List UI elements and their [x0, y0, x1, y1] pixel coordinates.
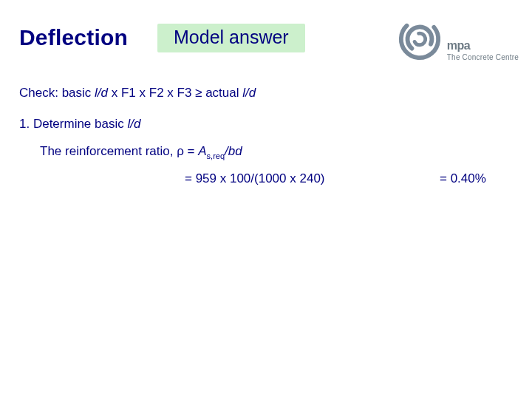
logo-text: mpa The Concrete Centre — [447, 37, 519, 63]
step1-prefix: 1. Determine basic — [19, 117, 127, 131]
result-value: = 0.40% — [440, 171, 486, 186]
ratio-prefix: The reinforcement ratio, ρ = — [40, 144, 198, 158]
ratio-line: The reinforcement ratio, ρ = As,req/bd — [40, 144, 242, 160]
check-mid: x F1 x F2 x F3 ≥ actual — [108, 86, 242, 100]
slide: Deflection Model answer mpa The Concrete… — [0, 0, 532, 399]
title-left: Deflection Model answer — [19, 24, 305, 52]
calc-line: = 959 x 100/(1000 x 240) — [185, 171, 325, 186]
logo-brand: mpa — [447, 38, 519, 53]
logo-area: mpa The Concrete Centre — [397, 13, 519, 63]
ratio-A: A — [198, 144, 206, 158]
ratio-over: /bd — [225, 144, 242, 158]
check-prefix: Check: basic — [19, 86, 95, 100]
step-1-heading: 1. Determine basic l/d — [19, 117, 140, 132]
page-title: Deflection — [19, 25, 128, 50]
svg-point-0 — [397, 15, 443, 61]
check-line: Check: basic l/d x F1 x F2 x F3 ≥ actual… — [19, 86, 256, 100]
title-row: Deflection Model answer mpa The Concrete… — [19, 13, 519, 63]
logo-subtitle: The Concrete Centre — [447, 53, 519, 63]
l-over-d-1: l/d — [95, 86, 108, 100]
model-answer-badge: Model answer — [157, 24, 305, 52]
step1-lod: l/d — [127, 117, 140, 131]
mpa-swirl-icon — [397, 15, 443, 61]
l-over-d-2: l/d — [242, 86, 256, 100]
svg-point-2 — [413, 33, 426, 46]
ratio-sub: s,req — [207, 151, 225, 160]
